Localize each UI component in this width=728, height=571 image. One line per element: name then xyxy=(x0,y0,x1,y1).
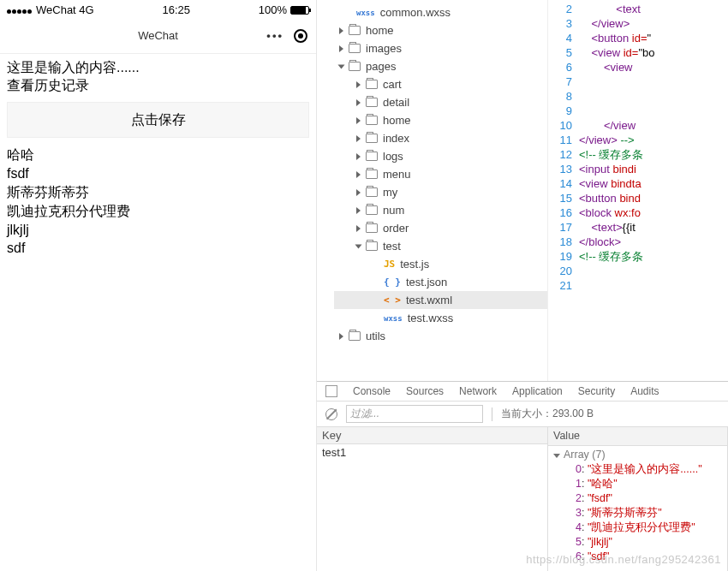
tab-security[interactable]: Security xyxy=(578,385,615,397)
tab-audits[interactable]: Audits xyxy=(630,385,659,397)
list-item: 凯迪拉克积分代理费 xyxy=(7,203,309,221)
signal-dots-icon xyxy=(7,3,33,16)
file-test.wxml[interactable]: < >test.wxml xyxy=(334,291,547,309)
folder-icon xyxy=(366,187,378,197)
tab-sources[interactable]: Sources xyxy=(406,385,444,397)
storage-value-cell[interactable]: Array (7) 0: "这里是输入的内容......"1: "哈哈"2: "… xyxy=(548,446,727,566)
key-header: Key xyxy=(317,427,547,444)
history-link[interactable]: 查看历史记录 xyxy=(7,77,309,95)
array-item: 0: "这里是输入的内容......" xyxy=(553,462,722,477)
value-header: Value xyxy=(548,427,727,446)
array-item: 3: "斯蒂芬斯蒂芬" xyxy=(553,506,722,520)
file-tree[interactable]: wxsscommon.wxss homeimages pages cartdet… xyxy=(317,0,548,381)
chevron-right-icon xyxy=(339,27,343,34)
devtools: ConsoleSourcesNetworkApplicationSecurity… xyxy=(317,381,728,571)
chevron-right-icon xyxy=(356,171,361,178)
folder-icon xyxy=(349,44,361,53)
disclosure-triangle-icon[interactable] xyxy=(553,454,560,458)
array-item: 4: "凯迪拉克积分代理费" xyxy=(553,520,722,535)
nav-bar: WeChat ••• xyxy=(0,18,316,54)
chevron-right-icon xyxy=(356,117,361,124)
chevron-right-icon xyxy=(356,153,361,160)
folder-icon xyxy=(366,241,378,251)
save-button[interactable]: 点击保存 xyxy=(7,102,309,139)
array-item: 2: "fsdf" xyxy=(553,491,722,506)
folder-icon xyxy=(366,98,378,107)
clock: 16:25 xyxy=(162,3,190,16)
folder-images[interactable]: images xyxy=(334,39,547,57)
inspect-icon[interactable] xyxy=(325,385,337,397)
folder-logs[interactable]: logs xyxy=(334,147,547,165)
wxml-icon: < > xyxy=(384,294,401,306)
folder-detail[interactable]: detail xyxy=(334,93,547,111)
page-title: WeChat xyxy=(138,29,178,42)
tab-application[interactable]: Application xyxy=(512,385,563,397)
folder-icon xyxy=(366,152,378,161)
folder-index[interactable]: index xyxy=(334,129,547,147)
carrier-label: WeChat 4G xyxy=(36,3,94,16)
folder-icon xyxy=(366,134,378,143)
file-test.wxss[interactable]: wxsstest.wxss xyxy=(334,309,547,327)
folder-icon xyxy=(366,223,378,233)
chevron-right-icon xyxy=(356,207,361,214)
chevron-right-icon xyxy=(356,81,361,88)
input-value-text[interactable]: 这里是输入的内容...... xyxy=(7,59,309,77)
list-item: sdf xyxy=(7,240,309,258)
chevron-down-icon xyxy=(338,64,345,68)
close-capsule-icon[interactable] xyxy=(294,29,307,43)
folder-home[interactable]: home xyxy=(334,111,547,129)
chevron-right-icon xyxy=(356,135,361,142)
text-list: 哈哈fsdf斯蒂芬斯蒂芬凯迪拉克积分代理费jlkjljsdf xyxy=(7,146,309,258)
tab-network[interactable]: Network xyxy=(459,385,497,397)
folder-home[interactable]: home xyxy=(334,21,547,39)
chevron-right-icon xyxy=(356,225,361,232)
chevron-right-icon xyxy=(339,333,343,340)
folder-icon xyxy=(366,170,378,179)
battery-icon xyxy=(290,6,309,15)
folder-icon xyxy=(349,26,361,35)
chevron-right-icon xyxy=(356,99,361,106)
devtools-tabs[interactable]: ConsoleSourcesNetworkApplicationSecurity… xyxy=(317,382,728,401)
wxss-icon: wxss xyxy=(356,9,375,17)
array-item: 6: "sdf" xyxy=(553,550,722,564)
array-item: 1: "哈哈" xyxy=(553,477,722,491)
folder-cart[interactable]: cart xyxy=(334,75,547,93)
folder-my[interactable]: my xyxy=(334,183,547,201)
folder-utils[interactable]: utils xyxy=(334,327,547,345)
clear-icon[interactable] xyxy=(325,408,337,420)
folder-icon xyxy=(366,80,378,89)
storage-toolbar: 过滤... 当前大小：293.00 B xyxy=(317,401,728,427)
file-common-wxss[interactable]: wxsscommon.wxss xyxy=(334,3,547,21)
status-bar: WeChat 4G 16:25 100% xyxy=(0,0,316,18)
folder-icon xyxy=(349,62,361,71)
chevron-right-icon xyxy=(339,45,343,52)
array-item: 5: "jlkjlj" xyxy=(553,535,722,550)
list-item: fsdf xyxy=(7,165,309,183)
list-item: 斯蒂芬斯蒂芬 xyxy=(7,184,309,202)
file-test.js[interactable]: JStest.js xyxy=(334,255,547,273)
storage-value-column: Value Array (7) 0: "这里是输入的内容......"1: "哈… xyxy=(548,427,728,571)
storage-row-key[interactable]: test1 xyxy=(317,444,547,461)
ide-panel: wxsscommon.wxss homeimages pages cartdet… xyxy=(317,0,728,571)
file-test.json[interactable]: { }test.json xyxy=(334,273,547,291)
folder-menu[interactable]: menu xyxy=(334,165,547,183)
page-body: 这里是输入的内容...... 查看历史记录 点击保存 哈哈fsdf斯蒂芬斯蒂芬凯… xyxy=(0,54,316,264)
code-editor[interactable]: 2 <text3 </view>4 <button id="5 <view id… xyxy=(548,0,728,381)
chevron-down-icon xyxy=(355,244,362,248)
tab-console[interactable]: Console xyxy=(353,385,391,397)
filter-input[interactable]: 过滤... xyxy=(346,405,483,423)
list-item: 哈哈 xyxy=(7,146,309,164)
folder-pages[interactable]: pages xyxy=(334,57,547,75)
folder-order[interactable]: order xyxy=(334,219,547,237)
storage-key-column: Key test1 xyxy=(317,427,548,571)
js-icon: JS xyxy=(384,259,395,270)
json-icon: { } xyxy=(384,277,401,288)
folder-num[interactable]: num xyxy=(334,201,547,219)
folder-test[interactable]: test xyxy=(334,237,547,255)
simulator: WeChat 4G 16:25 100% WeChat ••• 这里是输入的内容… xyxy=(0,0,317,571)
more-icon[interactable]: ••• xyxy=(266,29,283,42)
list-item: jlkjlj xyxy=(7,222,309,240)
wxss-icon: wxss xyxy=(384,314,403,323)
battery-percent: 100% xyxy=(259,3,287,16)
folder-icon xyxy=(366,205,378,215)
